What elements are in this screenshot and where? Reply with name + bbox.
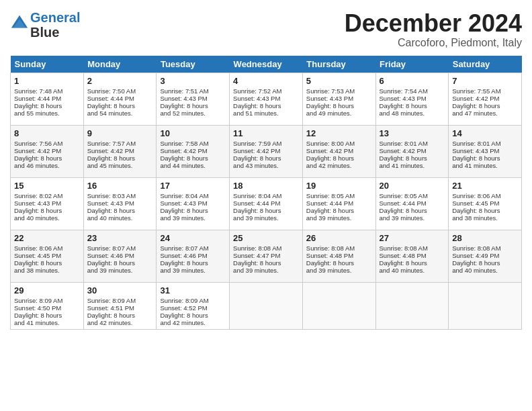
calendar-table: Sunday Monday Tuesday Wednesday Thursday… <box>10 56 522 330</box>
calendar-cell: 3Sunrise: 7:51 AMSunset: 4:43 PMDaylight… <box>157 73 230 125</box>
day-info: and 38 minutes. <box>452 214 518 222</box>
day-info: Sunrise: 8:08 AM <box>233 244 299 252</box>
day-info: Sunset: 4:43 PM <box>160 199 226 207</box>
day-info: and 38 minutes. <box>14 267 80 274</box>
day-info: Daylight: 8 hours <box>160 207 226 214</box>
week-row-4: 22Sunrise: 8:06 AMSunset: 4:45 PMDayligh… <box>11 230 522 282</box>
day-info: Daylight: 8 hours <box>87 207 153 214</box>
day-number: 23 <box>87 233 153 243</box>
day-info: Daylight: 8 hours <box>14 207 80 214</box>
calendar-cell: 9Sunrise: 7:57 AMSunset: 4:42 PMDaylight… <box>83 125 157 177</box>
day-info: Sunrise: 8:05 AM <box>306 192 372 199</box>
day-info: and 44 minutes. <box>160 162 226 169</box>
calendar-cell: 16Sunrise: 8:03 AMSunset: 4:43 PMDayligh… <box>83 177 157 230</box>
day-info: Sunset: 4:42 PM <box>452 95 518 102</box>
day-number: 15 <box>14 181 80 191</box>
day-number: 26 <box>306 233 372 243</box>
calendar-cell: 22Sunrise: 8:06 AMSunset: 4:45 PMDayligh… <box>11 230 84 282</box>
col-wednesday: Wednesday <box>230 56 303 73</box>
week-row-1: 1Sunrise: 7:48 AMSunset: 4:44 PMDaylight… <box>11 73 522 125</box>
day-info: and 49 minutes. <box>306 109 372 117</box>
day-info: and 47 minutes. <box>452 109 518 117</box>
day-number: 7 <box>452 76 518 86</box>
day-number: 21 <box>452 181 518 191</box>
calendar-cell: 29Sunrise: 8:09 AMSunset: 4:50 PMDayligh… <box>11 282 84 329</box>
day-info: and 45 minutes. <box>87 162 153 169</box>
day-info: Sunset: 4:45 PM <box>452 199 518 207</box>
day-info: Daylight: 8 hours <box>380 102 445 109</box>
day-info: Sunrise: 8:07 AM <box>160 244 226 252</box>
day-info: Daylight: 8 hours <box>160 259 226 267</box>
day-info: Daylight: 8 hours <box>14 312 80 319</box>
day-info: and 40 minutes. <box>380 267 445 274</box>
logo: General Blue <box>10 10 80 40</box>
logo-icon <box>10 14 29 33</box>
day-number: 11 <box>233 128 299 138</box>
day-info: Daylight: 8 hours <box>87 259 153 267</box>
month-title: December 2024 <box>345 10 522 37</box>
day-info: Daylight: 8 hours <box>160 312 226 319</box>
day-info: and 39 minutes. <box>380 214 445 222</box>
day-info: Daylight: 8 hours <box>160 154 226 162</box>
calendar-cell <box>302 282 375 329</box>
calendar-cell: 10Sunrise: 7:58 AMSunset: 4:42 PMDayligh… <box>157 125 230 177</box>
day-info: and 40 minutes. <box>452 267 518 274</box>
day-info: and 48 minutes. <box>380 109 445 117</box>
day-info: Daylight: 8 hours <box>233 259 299 267</box>
day-info: Daylight: 8 hours <box>233 154 299 162</box>
day-info: Sunrise: 8:01 AM <box>452 140 518 147</box>
header-row: Sunday Monday Tuesday Wednesday Thursday… <box>11 56 522 73</box>
day-info: and 40 minutes. <box>87 214 153 222</box>
logo-general: General <box>30 10 80 25</box>
day-info: Sunset: 4:43 PM <box>306 95 372 102</box>
day-number: 17 <box>160 181 226 191</box>
calendar-cell: 20Sunrise: 8:05 AMSunset: 4:44 PMDayligh… <box>375 177 449 230</box>
day-number: 25 <box>233 233 299 243</box>
day-info: Sunset: 4:43 PM <box>380 95 445 102</box>
day-info: and 39 minutes. <box>306 267 372 274</box>
day-info: and 55 minutes. <box>14 109 80 117</box>
day-info: Sunrise: 7:59 AM <box>233 140 299 147</box>
calendar-cell: 21Sunrise: 8:06 AMSunset: 4:45 PMDayligh… <box>449 177 522 230</box>
day-info: and 41 minutes. <box>14 319 80 326</box>
day-info: Daylight: 8 hours <box>452 102 518 109</box>
day-info: Sunset: 4:43 PM <box>87 199 153 207</box>
col-thursday: Thursday <box>302 56 375 73</box>
page-container: General Blue December 2024 Carcoforo, Pi… <box>0 0 532 336</box>
day-number: 30 <box>87 285 153 295</box>
day-info: and 39 minutes. <box>233 214 299 222</box>
day-info: Daylight: 8 hours <box>452 207 518 214</box>
calendar-cell: 25Sunrise: 8:08 AMSunset: 4:47 PMDayligh… <box>230 230 303 282</box>
col-friday: Friday <box>375 56 449 73</box>
week-row-2: 8Sunrise: 7:56 AMSunset: 4:42 PMDaylight… <box>11 125 522 177</box>
calendar-cell: 11Sunrise: 7:59 AMSunset: 4:42 PMDayligh… <box>230 125 303 177</box>
day-info: Sunrise: 8:01 AM <box>380 140 445 147</box>
day-info: Sunrise: 8:02 AM <box>14 192 80 199</box>
day-number: 27 <box>380 233 445 243</box>
calendar-cell <box>375 282 449 329</box>
calendar-cell: 14Sunrise: 8:01 AMSunset: 4:43 PMDayligh… <box>449 125 522 177</box>
calendar-cell <box>230 282 303 329</box>
calendar-cell: 26Sunrise: 8:08 AMSunset: 4:48 PMDayligh… <box>302 230 375 282</box>
day-info: Sunset: 4:49 PM <box>452 252 518 259</box>
day-number: 6 <box>380 76 445 86</box>
day-info: and 39 minutes. <box>306 214 372 222</box>
day-number: 20 <box>380 181 445 191</box>
day-info: Sunrise: 7:51 AM <box>160 87 226 95</box>
day-number: 12 <box>306 128 372 138</box>
day-number: 19 <box>306 181 372 191</box>
day-info: Daylight: 8 hours <box>87 312 153 319</box>
day-info: Sunset: 4:50 PM <box>14 304 80 312</box>
day-info: Sunrise: 8:09 AM <box>14 297 80 304</box>
day-number: 24 <box>160 233 226 243</box>
day-info: Sunrise: 8:00 AM <box>306 140 372 147</box>
calendar-cell: 30Sunrise: 8:09 AMSunset: 4:51 PMDayligh… <box>83 282 157 329</box>
col-monday: Monday <box>83 56 157 73</box>
day-info: Sunrise: 8:08 AM <box>306 244 372 252</box>
day-number: 28 <box>452 233 518 243</box>
day-info: Sunrise: 7:48 AM <box>14 87 80 95</box>
day-number: 3 <box>160 76 226 86</box>
day-info: Sunrise: 7:54 AM <box>380 87 445 95</box>
day-info: Sunrise: 8:03 AM <box>87 192 153 199</box>
day-number: 18 <box>233 181 299 191</box>
